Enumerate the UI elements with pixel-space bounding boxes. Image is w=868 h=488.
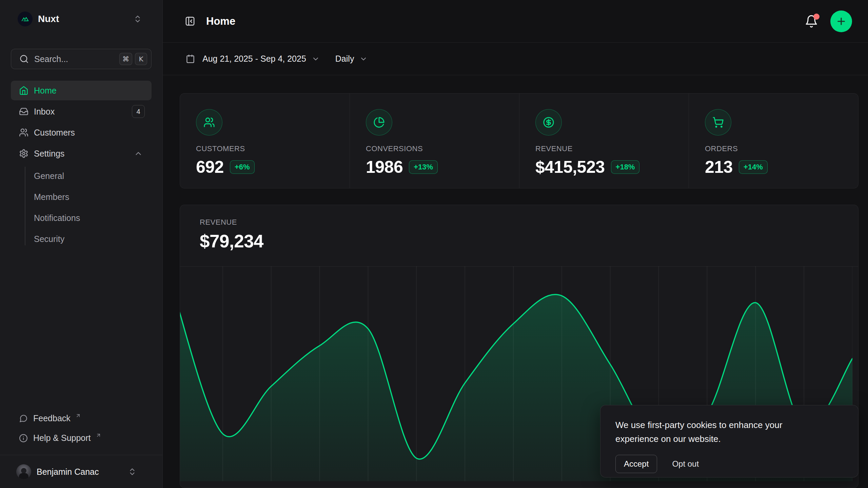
granularity-select[interactable]: Daily (335, 54, 368, 64)
user-name: Benjamin Canac (37, 467, 99, 477)
sidebar-nav: Home Inbox 4 Customers Settings (11, 81, 152, 250)
search-shortcut: ⌘ K (119, 53, 147, 65)
pie-chart-icon (366, 109, 392, 136)
stat-revenue: REVENUE $415,523 +18% (519, 94, 689, 188)
stat-orders: ORDERS 213 +14% (689, 94, 858, 188)
panel-left-close-icon (185, 16, 195, 26)
user-menu[interactable]: Benjamin Canac (11, 459, 152, 484)
add-button[interactable] (830, 11, 852, 32)
team-name: Nuxt (38, 14, 59, 24)
message-bubble-icon (19, 414, 28, 423)
shopping-cart-icon (705, 109, 731, 136)
stats-card: CUSTOMERS 692 +6% CONVERSIONS 1986 +13% (180, 93, 859, 188)
external-link-icon (96, 432, 101, 438)
stat-label: CUSTOMERS (196, 144, 350, 153)
stat-delta-badge: +6% (230, 160, 255, 174)
stat-delta-badge: +18% (611, 160, 640, 174)
stat-label: CONVERSIONS (366, 144, 519, 153)
calendar-icon (186, 54, 195, 63)
revenue-chart-value: $79,234 (180, 227, 858, 251)
sidebar-item-notifications[interactable]: Notifications (11, 208, 152, 228)
page-title: Home (206, 15, 235, 27)
stat-value: 692 (196, 157, 224, 177)
submenu-rail (25, 167, 25, 245)
stat-value: 1986 (366, 157, 403, 177)
sidebar-item-members[interactable]: Members (11, 187, 152, 207)
date-range-value: Aug 21, 2025 - Sep 4, 2025 (202, 54, 306, 64)
users-icon (196, 109, 222, 136)
chevron-down-icon (359, 55, 368, 63)
unread-dot (813, 14, 820, 20)
revenue-chart-label: REVENUE (180, 205, 858, 227)
stat-customers: CUSTOMERS 692 +6% (180, 94, 350, 188)
sidebar-item-general[interactable]: General (11, 166, 152, 186)
cookie-message: We use first-party cookies to enhance yo… (615, 418, 812, 446)
filters-toolbar: Aug 21, 2025 - Sep 4, 2025 Daily (163, 43, 868, 75)
sidebar-item-security[interactable]: Security (11, 229, 152, 249)
date-range-picker[interactable]: Aug 21, 2025 - Sep 4, 2025 (186, 54, 320, 64)
sidebar-item-label: Home (34, 86, 57, 96)
sidebar-item-label: Security (34, 234, 64, 244)
team-switcher[interactable]: Nuxt (11, 8, 152, 30)
feedback-label: Feedback (33, 413, 71, 423)
cookie-banner: We use first-party cookies to enhance yo… (600, 405, 859, 477)
stat-label: REVENUE (535, 144, 689, 153)
sidebar-item-settings[interactable]: Settings (11, 144, 152, 163)
kbd-meta: ⌘ (119, 53, 132, 65)
sidebar-item-inbox[interactable]: Inbox 4 (11, 102, 152, 121)
chevrons-up-down-icon (128, 467, 137, 476)
sidebar-item-label: Inbox (34, 107, 55, 117)
nuxt-logo (18, 12, 33, 26)
sidebar-item-label: Members (34, 192, 69, 202)
external-link-icon (75, 413, 81, 419)
notifications-button[interactable] (805, 15, 818, 28)
info-circle-icon (19, 434, 28, 443)
stat-delta-badge: +13% (409, 160, 438, 174)
chevron-up-icon (134, 149, 143, 158)
granularity-value: Daily (335, 54, 354, 64)
search-icon (19, 54, 29, 64)
kbd-k: K (135, 53, 147, 65)
circle-dollar-icon (535, 109, 562, 136)
users-icon (19, 128, 28, 137)
opt-out-button[interactable]: Opt out (672, 459, 699, 469)
sidebar-divider (0, 455, 162, 455)
chevron-down-icon (312, 55, 320, 63)
stat-value: $415,523 (535, 157, 605, 177)
search-input[interactable]: Search... ⌘ K (11, 49, 152, 69)
sidebar-item-label: Notifications (34, 213, 80, 223)
sidebar-item-home[interactable]: Home (11, 81, 152, 100)
stat-delta-badge: +14% (739, 160, 768, 174)
sidebar-item-label: General (34, 171, 64, 181)
sidebar: Nuxt Search... ⌘ K Home (0, 0, 163, 488)
inbox-count-badge: 4 (132, 105, 145, 118)
accept-button[interactable]: Accept (615, 455, 657, 473)
sidebar-item-label: Customers (34, 128, 75, 138)
plus-icon (836, 16, 847, 27)
home-icon (19, 86, 28, 95)
gear-icon (19, 149, 28, 158)
sidebar-item-label: Settings (34, 149, 64, 159)
settings-submenu: General Members Notifications Security (11, 165, 152, 249)
chevrons-up-down-icon (133, 15, 142, 23)
help-support-label: Help & Support (33, 433, 91, 443)
stat-value: 213 (705, 157, 733, 177)
stat-conversions: CONVERSIONS 1986 +13% (350, 94, 519, 188)
search-placeholder: Search... (34, 54, 68, 64)
page-header: Home (163, 0, 868, 43)
inbox-icon (19, 107, 28, 116)
app-window: Nuxt Search... ⌘ K Home (0, 0, 868, 488)
avatar (16, 464, 31, 479)
collapse-sidebar-button[interactable] (185, 16, 195, 26)
help-support-link[interactable]: Help & Support (11, 428, 152, 448)
stat-label: ORDERS (705, 144, 858, 153)
feedback-link[interactable]: Feedback (11, 409, 152, 428)
sidebar-item-customers[interactable]: Customers (11, 123, 152, 142)
